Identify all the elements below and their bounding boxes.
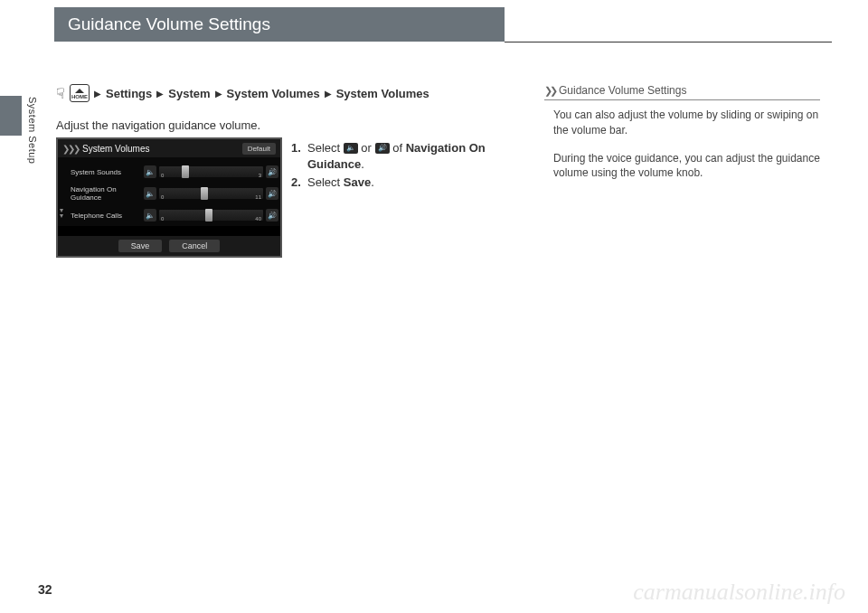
note-body: You can also adjust the volume by slidin…	[544, 108, 820, 181]
slider-thumb[interactable]	[201, 187, 208, 200]
row-label: Navigation On Guidance	[71, 185, 141, 202]
chevron-right-icon: ▶	[215, 89, 222, 99]
volume-row: System Sounds 🔈 0 3 🔊	[60, 161, 278, 183]
screenshot-body: ▾▾ System Sounds 🔈 0 3 🔊 Navigation On G…	[58, 157, 280, 226]
note-header: ❯❯ Guidance Volume Settings	[544, 84, 820, 100]
title-bar: Guidance Volume Settings	[54, 7, 505, 42]
slider-max: 3	[259, 173, 261, 178]
save-button[interactable]: Save	[118, 240, 163, 252]
section-label: System Setup	[27, 97, 38, 164]
info-note: ❯❯ Guidance Volume Settings You can also…	[544, 84, 820, 193]
slider-thumb[interactable]	[182, 165, 189, 178]
touch-icon: ☟	[56, 85, 65, 102]
title-rule	[505, 42, 832, 42]
volume-down-icon[interactable]: 🔈	[144, 187, 156, 200]
volume-row: Telephone Calls 🔈 0 40 🔊	[60, 204, 278, 226]
slider-min: 0	[161, 194, 164, 200]
note-paragraph: You can also adjust the volume by slidin…	[544, 108, 820, 138]
breadcrumb-part: System Volumes	[336, 87, 429, 100]
volume-up-icon[interactable]: 🔊	[266, 165, 278, 178]
step-item: 2. Select Save.	[291, 174, 490, 191]
chevron-right-icon: ▶	[156, 89, 164, 99]
slider-max: 11	[255, 194, 261, 200]
intro-text: Adjust the navigation guidance volume.	[56, 118, 260, 132]
screenshot-header: ❯❯❯ System Volumes Default	[58, 139, 280, 157]
volume-up-icon: 🔊	[375, 143, 390, 154]
slider-max: 40	[255, 216, 261, 222]
slider-thumb[interactable]	[205, 209, 212, 222]
volume-slider[interactable]: 0 40	[159, 210, 263, 221]
breadcrumb-part: Settings	[106, 87, 152, 100]
breadcrumb: ☟ HOME ▶ Settings ▶ System ▶ System Volu…	[56, 84, 429, 102]
page-title: Guidance Volume Settings	[68, 14, 270, 34]
step-text: Select 🔈 or 🔊 of Navigation On Guidance.	[307, 140, 490, 173]
volume-down-icon[interactable]: 🔈	[144, 209, 156, 222]
chevron-right-icon: ▶	[94, 89, 101, 99]
slider-min: 0	[161, 216, 164, 222]
scroll-down-icon: ▾▾	[56, 208, 67, 219]
volume-up-icon[interactable]: 🔊	[266, 187, 278, 200]
row-label: System Sounds	[71, 168, 141, 176]
volume-row: Navigation On Guidance 🔈 0 11 🔊	[60, 183, 278, 204]
page-number: 32	[38, 582, 52, 597]
screenshot-footer: Save Cancel	[58, 236, 280, 256]
step-item: 1. Select 🔈 or 🔊 of Navigation On Guidan…	[291, 140, 490, 173]
chevron-right-icon: ▶	[325, 89, 332, 99]
watermark: carmanualsonline.info	[633, 579, 845, 606]
volume-slider[interactable]: 0 11	[159, 188, 263, 199]
step-number: 2.	[291, 174, 307, 191]
device-screenshot: ❯❯❯ System Volumes Default ▾▾ System Sou…	[56, 137, 282, 258]
note-paragraph: During the voice guidance, you can adjus…	[544, 151, 820, 182]
step-text: Select Save.	[307, 174, 490, 191]
chevron-icon: ❯❯	[544, 85, 555, 97]
step-list: 1. Select 🔈 or 🔊 of Navigation On Guidan…	[291, 140, 490, 193]
note-title: Guidance Volume Settings	[559, 84, 686, 97]
screenshot-title: System Volumes	[82, 144, 149, 154]
volume-down-icon[interactable]: 🔈	[144, 165, 156, 178]
row-label: Telephone Calls	[71, 212, 141, 220]
chevron-icon: ❯❯❯	[62, 144, 79, 154]
home-icon: HOME	[70, 84, 90, 102]
volume-slider[interactable]: 0 3	[159, 166, 263, 177]
breadcrumb-part: System	[168, 87, 210, 100]
cancel-button[interactable]: Cancel	[169, 240, 220, 252]
slider-min: 0	[161, 173, 164, 178]
volume-up-icon[interactable]: 🔊	[266, 209, 278, 222]
side-tab	[0, 96, 22, 136]
default-button[interactable]: Default	[242, 143, 276, 155]
volume-down-icon: 🔈	[344, 143, 358, 154]
step-number: 1.	[291, 140, 307, 173]
breadcrumb-part: System Volumes	[227, 87, 320, 100]
